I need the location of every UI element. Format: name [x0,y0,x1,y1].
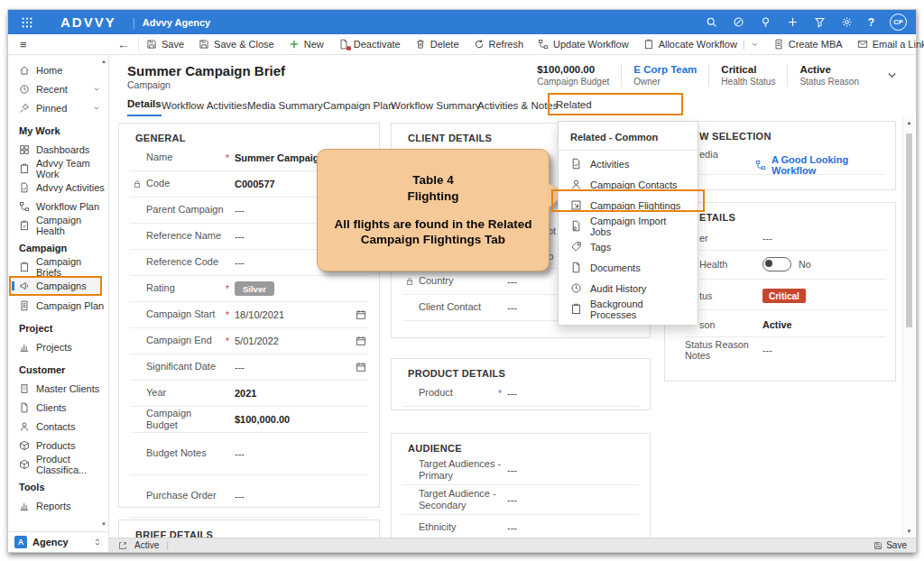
statusbar-save-button[interactable]: Save [873,540,907,550]
menu-item-audit-history[interactable]: Audit History [559,278,698,299]
new-button[interactable]: New [282,34,331,54]
main-scrollbar[interactable]: ▲ ▼ [902,116,915,538]
tab-activities-notes[interactable]: Activities & Notes [477,95,558,116]
owner-link[interactable]: E Corp Team [633,64,697,75]
sidebar-scroll-down-icon[interactable]: ▼ [101,521,106,527]
field-value-significant-date[interactable]: --- [235,362,245,372]
sidebar-scroll-up-icon[interactable]: ▲ [101,59,106,64]
refresh-icon [474,39,485,50]
compass-icon[interactable] [733,16,744,28]
menu-item-tags[interactable]: Tags [559,236,698,257]
area-switcher[interactable]: A Agency [8,531,108,552]
tab-details[interactable]: Details [127,93,162,116]
menu-item-background-processes[interactable]: Background Processes [559,299,698,319]
tab-workflow-summary[interactable]: Workflow Summary [391,95,480,116]
sidebar-item-pinned[interactable]: Pinned [8,98,108,117]
search-icon[interactable] [706,16,717,28]
sidebar-item-reports[interactable]: Reports [8,496,108,515]
tab-media-summary[interactable]: Media Summary [247,95,323,116]
allocate-workflow-button[interactable]: Allocate Workflow | [636,34,766,54]
app-launcher-waffle-icon[interactable] [21,16,33,29]
up-down-chevron-icon[interactable] [93,538,102,547]
field-value-status-reason-notes[interactable]: --- [762,345,772,355]
tab-related[interactable]: Related [548,93,683,115]
field-value-budget-notes[interactable]: --- [235,448,245,459]
field-value-year[interactable]: 2021 [235,388,256,399]
clipboard-icon [570,303,582,315]
sidebar-item-campaign-health[interactable]: Campaign Health [8,216,108,235]
back-button[interactable]: ← [108,38,139,51]
sidebar-item-advvy-team-work[interactable]: Advvy Team Work [8,159,108,178]
bulb-icon[interactable] [760,16,772,28]
critical-status-badge[interactable]: Critical [762,289,806,303]
sidebar-item-contacts[interactable]: Contacts [8,417,108,436]
field-value-client-contact[interactable]: --- [507,302,517,313]
refresh-button[interactable]: Refresh [467,34,531,54]
field-value-target-audiences-primary[interactable]: --- [507,464,517,475]
calendar-icon[interactable] [356,309,366,320]
email-a-link-button[interactable]: Email a Link [850,34,924,54]
field-value-product[interactable]: --- [507,388,517,399]
field-value-target-audience-secondary[interactable]: --- [507,494,517,505]
sidebar-item-dashboards[interactable]: Dashboards [8,140,108,159]
menu-item-campaign-flightings[interactable]: Campaign Flightings [559,195,698,216]
update-workflow-button[interactable]: Update Workflow [531,34,636,54]
field-value-reference-code[interactable]: --- [235,257,245,268]
expand-icon[interactable] [118,541,127,550]
scrollbar-thumb[interactable] [906,133,912,327]
calendar-icon[interactable] [356,362,366,372]
sidebar-item-campaigns[interactable]: Campaigns [9,276,102,296]
header-collapse-chevron-icon[interactable] [886,69,898,81]
calendar-icon[interactable] [356,336,366,346]
sidebar-item-products[interactable]: Products [8,436,108,455]
menu-item-activities[interactable]: Activities [559,153,698,174]
field-value-owner[interactable]: --- [762,233,772,244]
sidebar-item-projects[interactable]: Projects [8,337,108,356]
avatar[interactable]: CP [890,14,907,31]
scroll-up-icon[interactable]: ▲ [903,120,915,125]
hamburger-icon[interactable]: ≡ [20,38,27,51]
brand-logo[interactable]: ADVVY [60,14,116,30]
app-name[interactable]: Advvy Agency [143,17,210,28]
scroll-down-icon[interactable]: ▼ [903,529,915,534]
delete-button[interactable]: Delete [408,34,467,54]
save-and-close-button[interactable]: Save & Close [191,34,282,54]
tab-workflow-activities[interactable]: Workflow Activities [162,95,247,116]
menu-item-campaign-import-jobs[interactable]: Campaign Import Jobs [559,216,698,236]
sidebar-item-clients[interactable]: Clients [8,398,108,417]
workflow-link[interactable]: A Good Looking Workflow [755,154,895,176]
sidebar-item-campaign-plan[interactable]: Campaign Plan [8,296,108,315]
sidebar-item-campaign-briefs[interactable]: Campaign Briefs [8,257,108,276]
rating-badge[interactable]: Silver [235,281,274,296]
create-mba-button[interactable]: Create MBA [766,34,850,54]
field-value-parent-campaign[interactable]: --- [235,205,245,216]
sidebar-item-recent[interactable]: Recent [8,79,108,98]
quick-create-plus-icon[interactable] [787,16,799,28]
field-value-ethnicity[interactable]: --- [507,522,517,533]
field-value-code[interactable]: C000577 [235,179,275,189]
field-value-campaign-budget[interactable]: $100,000.00 [235,414,290,425]
sidebar-item-home[interactable]: Home [8,60,108,79]
help-icon[interactable]: ? [868,16,874,29]
deactivate-button[interactable]: Deactivate [331,34,408,54]
menu-item-documents[interactable]: Documents [559,257,698,278]
field-value-country[interactable]: --- [507,276,517,287]
menu-item-campaign-contacts[interactable]: Campaign Contacts [559,174,698,195]
field-value-campaign-end[interactable]: 5/01/2022 [235,336,279,346]
page-table-icon [773,39,784,50]
field-row-target-audiences-primary: Target Audiences - Primary --- [402,455,639,485]
chevron-down-icon[interactable] [751,41,759,49]
health-toggle[interactable] [762,257,791,271]
field-value-campaign-start[interactable]: 18/10/2021 [235,309,284,320]
save-button[interactable]: Save [139,34,191,54]
field-value-status-reason[interactable]: Active [762,319,791,330]
sidebar-item-advvy-activities[interactable]: Advvy Activities [8,178,108,197]
sidebar-item-product-classifications[interactable]: Product Classifica... [8,455,108,474]
sidebar-item-master-clients[interactable]: Master Clients [8,379,108,398]
field-value-purchase-order[interactable]: --- [235,491,245,501]
sidebar-item-workflow-plan[interactable]: Workflow Plan [8,197,108,216]
filter-icon[interactable] [814,16,826,28]
tab-campaign-plan[interactable]: Campaign Plan [323,95,394,116]
field-value-reference-name[interactable]: --- [235,231,245,242]
gear-icon[interactable] [841,16,853,28]
